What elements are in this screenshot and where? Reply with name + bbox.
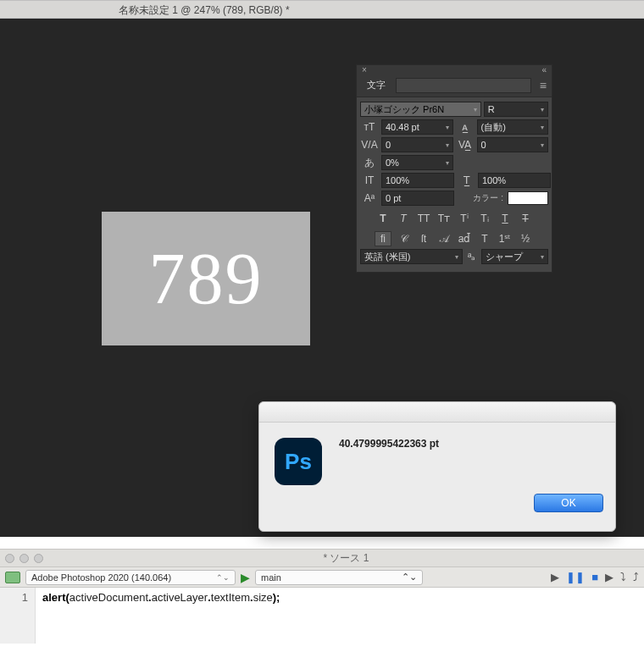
underline-button[interactable]: T [497,211,514,226]
type-style-row-1: T T TT Tᴛ Tⁱ Tᵢ T T [360,211,548,226]
estk-titlebar[interactable]: * ソース 1 [0,549,644,567]
alert-message: 40.4799995422363 pt [339,438,439,450]
vertical-scale-input[interactable] [381,173,454,188]
dbg-stepin-icon[interactable]: ⤵ [620,571,626,583]
subscript-button[interactable]: Tᵢ [476,211,493,226]
panel-tab-row: 文字 ≡ [357,74,552,97]
extendscript-window: * ソース 1 Adobe Photoshop 2020 (140.064) ⌃… [0,549,644,644]
character-panel-body: 小塚ゴシック Pr6N▾ R▾ тT 40.48 pt▾ ᴀ̲ (自動)▾ [357,97,552,272]
strikethrough-button[interactable]: T [517,211,534,226]
smallcaps-button[interactable]: Tᴛ [436,211,452,226]
allcaps-button[interactable]: TT [415,211,432,226]
kerning-input[interactable]: 0▾ [381,137,453,152]
line-gutter: 1 [0,588,36,644]
italic-button[interactable]: T [395,211,412,226]
text-layer-sample[interactable]: 789 [149,236,264,321]
run-icon[interactable]: ▶ [241,571,250,584]
tsume-value: 0% [386,157,399,168]
dbg-stepout-icon[interactable]: ⤴ [633,571,639,583]
estk-title-text: * ソース 1 [48,551,644,566]
tsume-icon: あ [360,155,379,170]
character-panel[interactable]: × « 文字 ≡ 小塚ゴシック Pr6N▾ R▾ тT 40.48 [356,64,552,273]
language-value: 英語 (米国) [364,251,410,263]
canvas-region[interactable]: 789 [102,212,310,345]
window-traffic-lights[interactable] [5,554,43,563]
document-titlebar: 名称未設定 1 @ 247% (789, RGB/8) * [0,0,644,19]
dbg-stop-icon[interactable]: ■ [591,571,598,583]
font-size-icon: тT [360,119,379,135]
tracking-icon: VA̲ [456,137,475,152]
baseline-icon: Aª [360,191,379,206]
type-style-row-2: fi 𝒞 ſt 𝒜 ad̄ T 1ˢᵗ ½ [360,231,548,246]
photoshop-app-icon: Ps [275,438,322,485]
fractions-button[interactable]: ½ [517,231,534,246]
font-size-value: 40.48 pt [386,122,419,132]
font-size-input[interactable]: 40.48 pt▾ [381,119,453,135]
dbg-play-icon[interactable]: ▶ [551,571,559,583]
baseline-shift-input[interactable] [381,191,454,206]
titling-alt-button[interactable]: ad̄ [456,231,473,246]
close-window-icon[interactable] [5,554,14,563]
zoom-window-icon[interactable] [34,554,43,563]
leading-value: (自動) [481,121,506,134]
vscale-icon: IT [360,173,379,188]
ordinals-button[interactable]: T [476,231,493,246]
panel-close-icon[interactable]: × [362,65,367,75]
antialias-value: シャープ [486,251,523,263]
panel-collapse-icon[interactable]: « [541,65,547,75]
panel-search-input[interactable] [396,78,531,93]
panel-drag-handle[interactable]: × « [357,65,552,74]
contextual-alt-button[interactable]: 𝒞 [395,231,412,246]
function-select[interactable]: main ⌃⌄ [255,570,423,585]
color-swatch[interactable] [508,191,548,205]
minimize-window-icon[interactable] [19,554,29,563]
code-line[interactable]: alert(activeDocument.activeLayer.textIte… [36,588,280,644]
antialias-select[interactable]: シャープ▾ [481,249,548,264]
alert-titlebar[interactable] [259,402,615,423]
document-title: 名称未設定 1 @ 247% (789, RGB/8) * [119,4,290,16]
panel-menu-icon[interactable]: ≡ [540,79,547,92]
font-style-value: R [488,104,495,114]
function-value: main [261,572,281,583]
target-app-select[interactable]: Adobe Photoshop 2020 (140.064) ⌃⌄ [25,570,236,585]
aa-icon: ªₐ [465,249,479,264]
horizontal-scale-input[interactable] [478,173,551,188]
alert-ok-button[interactable]: OK [534,494,603,512]
first-button[interactable]: 1ˢᵗ [497,231,514,246]
code-editor[interactable]: 1 alert(activeDocument.activeLayer.textI… [0,588,644,644]
dbg-pause-icon[interactable]: ❚❚ [566,571,585,583]
font-family-select[interactable]: 小塚ゴシック Pr6N▾ [360,102,481,117]
stylistic-alt-button[interactable]: 𝒜 [436,231,452,246]
line-number: 1 [0,591,28,604]
tracking-value: 0 [481,140,486,150]
kerning-icon: V/A [360,137,379,152]
font-style-select[interactable]: R▾ [484,102,548,117]
tracking-input[interactable]: 0▾ [477,137,549,152]
tsume-input[interactable]: 0%▾ [381,155,453,170]
swash-button[interactable]: ſt [415,231,432,246]
bold-button[interactable]: T [375,211,391,226]
link-target-icon[interactable] [5,572,20,583]
script-alert-dialog: Ps 40.4799995422363 pt OK [258,401,616,532]
language-select[interactable]: 英語 (米国)▾ [360,249,463,264]
font-family-value: 小塚ゴシック Pr6N [364,103,444,116]
kerning-value: 0 [386,140,391,150]
superscript-button[interactable]: Tⁱ [456,211,473,226]
ligatures-button[interactable]: fi [375,231,391,246]
canvas-area[interactable]: 789 × « 文字 ≡ 小塚ゴシック Pr6N▾ R▾ тT [0,19,644,537]
leading-icon: ᴀ̲ [456,119,475,135]
tab-character[interactable]: 文字 [362,77,391,93]
dbg-stepover-icon[interactable]: ▶ [605,571,613,583]
estk-toolbar: Adobe Photoshop 2020 (140.064) ⌃⌄ ▶ main… [0,567,644,588]
color-label: カラー : [473,192,503,204]
leading-input[interactable]: (自動)▾ [477,119,549,135]
hscale-icon: T̲ [457,173,475,188]
target-app-value: Adobe Photoshop 2020 (140.064) [31,572,171,583]
